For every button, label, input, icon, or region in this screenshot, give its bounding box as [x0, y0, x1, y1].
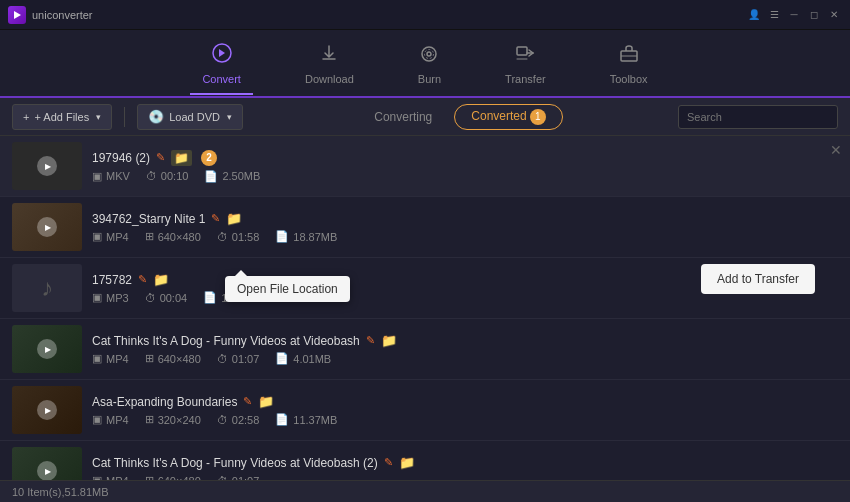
duration-text: 02:58	[232, 414, 260, 426]
file-name: 394762_Starry Nite 1 ✎ 📁	[92, 211, 838, 226]
music-icon: ♪	[41, 274, 53, 302]
file-info: Cat Thinks It's A Dog - Funny Videos at …	[92, 455, 838, 480]
play-button[interactable]	[37, 217, 57, 237]
file-duration: ⏱ 00:10	[146, 170, 189, 182]
format-icon: ▣	[92, 170, 102, 183]
minimize-button[interactable]: ─	[786, 7, 802, 23]
play-button[interactable]	[37, 339, 57, 359]
table-row: Cat Thinks It's A Dog - Funny Videos at …	[0, 319, 850, 380]
edit-icon[interactable]: ✎	[366, 334, 375, 347]
file-info: Cat Thinks It's A Dog - Funny Videos at …	[92, 333, 838, 365]
tab-converted-label: Converted	[471, 109, 526, 123]
menu-icon[interactable]: ☰	[766, 7, 782, 23]
file-format: ▣ MP3	[92, 291, 129, 304]
file-info: 394762_Starry Nite 1 ✎ 📁 ▣ MP4 ⊞ 640×480…	[92, 211, 838, 243]
resolution-icon: ⊞	[145, 352, 154, 365]
tab-converting[interactable]: Converting	[358, 104, 448, 130]
format-text: MP4	[106, 231, 129, 243]
statusbar: 10 Item(s),51.81MB	[0, 480, 850, 502]
tooltip-text: Open File Location	[237, 282, 338, 296]
size-text: 18.87MB	[293, 231, 337, 243]
folder-icon[interactable]: 📁	[381, 333, 397, 348]
folder-badge-number: 2	[201, 150, 217, 166]
file-size: 📄 4.01MB	[275, 352, 331, 365]
file-info: 197946 (2) ✎ 📁 2 ▣ MKV ⏱ 00:10 📄 2.50MB	[92, 150, 838, 183]
resolution-text: 640×480	[158, 353, 201, 365]
svg-rect-5	[517, 47, 527, 55]
close-row-button[interactable]: ✕	[830, 142, 842, 158]
table-row: Cat Thinks It's A Dog - Funny Videos at …	[0, 441, 850, 480]
nav-transfer[interactable]: Transfer	[493, 34, 558, 93]
edit-icon[interactable]: ✎	[243, 395, 252, 408]
titlebar-left: uniconverter	[8, 6, 93, 24]
load-dvd-button[interactable]: 💿 Load DVD ▾	[137, 104, 243, 130]
file-duration: ⏱ 01:07	[217, 353, 260, 365]
file-duration: ⏱ 02:58	[217, 414, 260, 426]
search-input[interactable]	[678, 105, 838, 129]
svg-point-3	[427, 52, 431, 56]
add-files-label: + Add Files	[34, 111, 89, 123]
statusbar-text: 10 Item(s),51.81MB	[12, 486, 109, 498]
table-row: 197946 (2) ✎ 📁 2 ▣ MKV ⏱ 00:10 📄 2.50MB	[0, 136, 850, 197]
file-name: 197946 (2) ✎ 📁 2	[92, 150, 838, 166]
size-text: 2.50MB	[222, 170, 260, 182]
file-format: ▣ MP4	[92, 352, 129, 365]
resolution-text: 640×480	[158, 231, 201, 243]
folder-icon[interactable]: 📁	[258, 394, 274, 409]
file-size: 📄 18.87MB	[275, 230, 337, 243]
file-meta: ▣ MP4 ⊞ 640×480 ⏱ 01:58 📄 18.87MB	[92, 230, 838, 243]
file-name-text: 175782	[92, 273, 132, 287]
size-icon: 📄	[275, 352, 289, 365]
user-icon[interactable]: 👤	[746, 7, 762, 23]
duration-icon: ⏱	[145, 292, 156, 304]
file-format: ▣ MP4	[92, 230, 129, 243]
add-files-button[interactable]: + + Add Files ▾	[12, 104, 112, 130]
content-area: 197946 (2) ✎ 📁 2 ▣ MKV ⏱ 00:10 📄 2.50MB	[0, 136, 850, 480]
load-dvd-chevron: ▾	[227, 112, 232, 122]
format-icon: ▣	[92, 352, 102, 365]
nav-toolbox[interactable]: Toolbox	[598, 34, 660, 93]
nav-convert[interactable]: Convert	[190, 34, 253, 95]
add-files-plus: +	[23, 111, 29, 123]
size-text: 4.01MB	[293, 353, 331, 365]
duration-text: 01:07	[232, 353, 260, 365]
nav-download[interactable]: Download	[293, 34, 366, 93]
file-thumbnail	[12, 203, 82, 251]
resolution-icon: ⊞	[145, 413, 154, 426]
play-button[interactable]	[37, 156, 57, 176]
file-name: Asa-Expanding Boundaries ✎ 📁	[92, 394, 838, 409]
format-text: MP3	[106, 292, 129, 304]
add-files-chevron: ▾	[96, 112, 101, 122]
edit-icon[interactable]: ✎	[384, 456, 393, 469]
nav-burn[interactable]: Burn	[406, 34, 453, 93]
nav-download-label: Download	[305, 73, 354, 85]
format-text: MP4	[106, 414, 129, 426]
toolbox-icon	[618, 42, 640, 69]
play-button[interactable]	[37, 400, 57, 420]
edit-icon[interactable]: ✎	[138, 273, 147, 286]
file-name: Cat Thinks It's A Dog - Funny Videos at …	[92, 455, 838, 470]
folder-icon[interactable]: 📁	[226, 211, 242, 226]
folder-icon[interactable]: 📁	[153, 272, 169, 287]
tab-converted[interactable]: Converted1	[454, 104, 562, 130]
tooltip-popup: Open File Location	[225, 276, 350, 302]
edit-icon[interactable]: ✎	[211, 212, 220, 225]
folder-icon[interactable]: 📁	[399, 455, 415, 470]
titlebar: uniconverter 👤 ☰ ─ ◻ ✕	[0, 0, 850, 30]
folder-icon-selected[interactable]: 📁	[171, 150, 192, 166]
file-name-text: 394762_Starry Nite 1	[92, 212, 205, 226]
nav-convert-label: Convert	[202, 73, 241, 85]
file-name-text: Cat Thinks It's A Dog - Funny Videos at …	[92, 456, 378, 470]
play-button[interactable]	[37, 461, 57, 480]
file-thumbnail	[12, 447, 82, 480]
file-size: 📄 2.50MB	[204, 170, 260, 183]
add-to-transfer-button[interactable]: Add to Transfer	[701, 264, 815, 294]
titlebar-controls: 👤 ☰ ─ ◻ ✕	[746, 7, 842, 23]
maximize-button[interactable]: ◻	[806, 7, 822, 23]
close-button[interactable]: ✕	[826, 7, 842, 23]
file-size: 📄 11.37MB	[275, 413, 337, 426]
file-meta: ▣ MP4 ⊞ 320×240 ⏱ 02:58 📄 11.37MB	[92, 413, 838, 426]
duration-text: 00:10	[161, 170, 189, 182]
file-format: ▣ MKV	[92, 170, 130, 183]
edit-icon[interactable]: ✎	[156, 151, 165, 164]
